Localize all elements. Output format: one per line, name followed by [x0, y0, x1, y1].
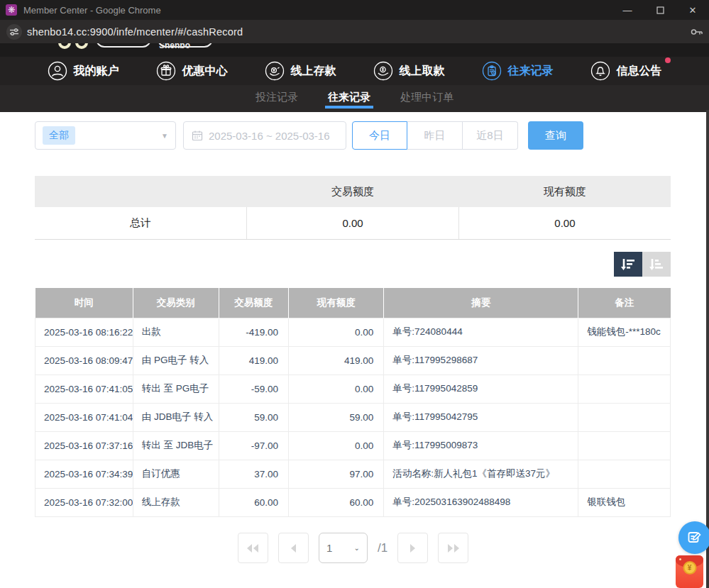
cell-type: 转出 至 PG电子 [133, 375, 219, 403]
nav-item-cash-record[interactable]: 往来记录 [482, 61, 554, 81]
content-area: 全部 ▼ 2025-03-16 ~ 2025-03-16 今日 昨日 近8日 查… [0, 112, 706, 588]
sort-ascending-icon [649, 257, 664, 272]
tab-cash-record[interactable]: 往来记录 [324, 85, 375, 109]
window-right-edge [706, 110, 709, 588]
table-row: 2025-03-16 08:09:47由 PG电子 转入419.00419.00… [35, 346, 671, 375]
summary-transaction-total: 0.00 [247, 207, 459, 239]
cell-amount: -59.00 [219, 375, 288, 403]
minimize-button[interactable]: — [611, 0, 644, 20]
cell-time: 2025-03-16 07:41:04 [35, 403, 133, 431]
gold-coin-icon: ¥ [683, 561, 696, 575]
nav-label: 往来记录 [508, 64, 554, 79]
nav-item-announcements[interactable]: 信息公告 [590, 61, 662, 81]
date-range-input[interactable]: 2025-03-16 ~ 2025-03-16 [183, 121, 346, 150]
next-page-button[interactable] [397, 533, 428, 563]
header-type: 交易类别 [133, 288, 219, 318]
close-button[interactable]: ✕ [676, 0, 709, 20]
cell-type: 由 PG电子 转入 [133, 346, 219, 375]
table-row: 2025-03-16 07:34:39自订优惠37.0097.00活动名称:新人… [35, 460, 671, 488]
address-bar[interactable]: shenbo14.cc:9900/infe/mcenter/#/cashReco… [0, 20, 709, 43]
cell-time: 2025-03-16 08:09:47 [35, 346, 133, 375]
sort-controls [614, 252, 671, 277]
site-settings-icon[interactable] [6, 24, 22, 40]
cell-summary: 单号:117995042859 [384, 375, 578, 403]
nav-item-online-withdraw[interactable]: 线上取款 [373, 61, 445, 81]
cell-time: 2025-03-16 07:34:39 [35, 460, 133, 488]
brand-name: Shenbo [159, 43, 190, 50]
cell-summary: 单号:724080444 [384, 318, 578, 346]
cell-amount: 60.00 [219, 488, 288, 516]
table-row: 2025-03-16 07:41:05转出 至 PG电子-59.000.00单号… [35, 375, 671, 403]
tab-bet-record[interactable]: 投注记录 [251, 85, 302, 109]
withdraw-icon [373, 61, 393, 81]
app-icon: ❋ [6, 4, 17, 16]
sort-descending-button[interactable] [614, 252, 642, 277]
red-packet-button[interactable]: ¥ [676, 555, 703, 588]
gift-icon [156, 61, 176, 81]
nav-label: 线上存款 [291, 64, 336, 79]
cell-type: 出款 [133, 318, 219, 346]
nav-item-online-deposit[interactable]: 线上存款 [265, 61, 336, 81]
logo-glyph [58, 43, 71, 49]
url-text[interactable]: shenbo14.cc:9900/infe/mcenter/#/cashReco… [27, 26, 243, 38]
search-button[interactable]: 查询 [528, 121, 583, 150]
chevron-down-icon: ▼ [161, 132, 168, 140]
summary-total-label: 总计 [35, 207, 247, 239]
cell-amount: 37.00 [219, 460, 288, 488]
last-page-icon [447, 543, 460, 553]
message-compose-button[interactable] [678, 521, 709, 554]
maximize-button[interactable] [644, 0, 676, 20]
maximize-icon [656, 6, 664, 14]
previous-page-icon [290, 543, 297, 553]
previous-page-button[interactable] [278, 533, 309, 563]
cell-type: 自订优惠 [133, 460, 219, 488]
nav-label: 优惠中心 [182, 64, 228, 79]
pagination: 1 ⌄ /1 [0, 533, 706, 563]
nav-label: 我的账户 [74, 64, 119, 79]
compose-icon [687, 530, 703, 545]
type-select-value: 全部 [43, 126, 75, 145]
cell-amount: 59.00 [219, 403, 288, 431]
cell-balance: 0.00 [289, 431, 384, 460]
sort-ascending-button[interactable] [642, 252, 671, 277]
yesterday-button[interactable]: 昨日 [407, 121, 463, 150]
nav-label: 信息公告 [617, 64, 662, 79]
cash-record-table: 时间 交易类别 交易额度 现有额度 摘要 备注 2025-03-16 08:16… [35, 288, 671, 517]
today-button[interactable]: 今日 [352, 121, 407, 150]
table-row: 2025-03-16 07:37:16转出 至 JDB电子-97.000.00单… [35, 431, 671, 460]
date-range-value: 2025-03-16 ~ 2025-03-16 [209, 130, 330, 142]
next-page-icon [410, 543, 417, 553]
last-8-days-button[interactable]: 近8日 [463, 121, 518, 150]
cell-summary: 单号:117995042795 [384, 403, 578, 431]
cell-time: 2025-03-16 07:32:00 [35, 488, 133, 516]
site-logo-sliver: Shenbo [0, 43, 709, 57]
last-page-button[interactable] [438, 533, 468, 563]
first-page-button[interactable] [238, 533, 268, 563]
summary-balance-total: 0.00 [458, 207, 671, 239]
type-select[interactable]: 全部 ▼ [35, 121, 176, 150]
summary-header-transaction: 交易额度 [247, 176, 459, 207]
header-remark: 备注 [578, 288, 671, 318]
password-key-icon[interactable] [691, 28, 703, 36]
summary-table: 交易额度 现有额度 总计 0.00 0.00 [35, 176, 671, 240]
sparkle-dot [679, 558, 681, 560]
chevron-down-icon: ⌄ [354, 544, 360, 552]
quick-date-group: 今日 昨日 近8日 [352, 121, 518, 150]
cell-summary: 单号:117995009873 [384, 431, 578, 460]
table-row: 2025-03-16 08:16:22出款-419.000.00单号:72408… [35, 318, 671, 346]
cell-amount: 419.00 [219, 346, 288, 375]
header-pill-button [96, 43, 151, 48]
user-icon [48, 61, 67, 81]
first-page-icon [246, 543, 259, 553]
window-titlebar: ❋ Member Center - Google Chrome — ✕ [0, 0, 709, 20]
nav-item-promo-center[interactable]: 优惠中心 [156, 61, 228, 81]
cash-table-body: 2025-03-16 08:16:22出款-419.000.00单号:72408… [35, 318, 671, 516]
page-select[interactable]: 1 ⌄ [319, 533, 368, 563]
cell-remark [578, 375, 671, 403]
tab-pending-orders[interactable]: 处理中订单 [396, 85, 458, 109]
cell-amount: -97.00 [219, 431, 288, 460]
header-balance: 现有额度 [289, 288, 384, 318]
cell-balance: 60.00 [289, 488, 384, 516]
nav-item-my-account[interactable]: 我的账户 [48, 61, 119, 81]
cell-remark [578, 346, 671, 375]
